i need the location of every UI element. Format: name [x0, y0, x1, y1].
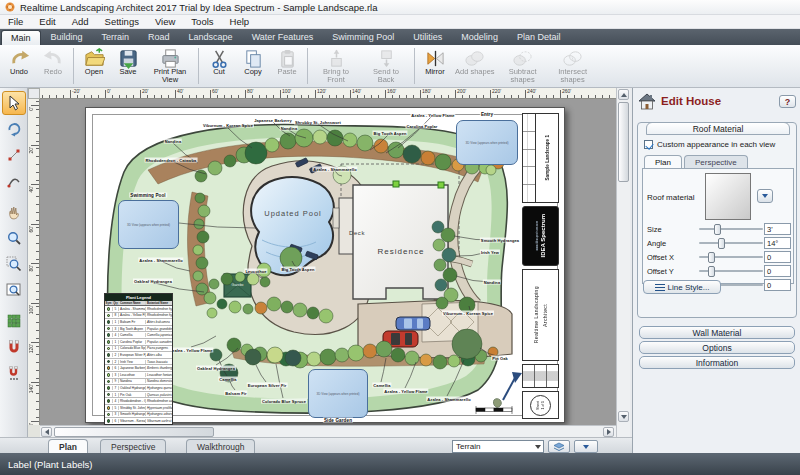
roof-material-swatch[interactable] [705, 173, 751, 220]
view-tab-perspective[interactable]: Perspective [100, 439, 166, 454]
menu-settings[interactable]: Settings [97, 15, 147, 29]
legend-row[interactable]: 1Carolina PoplarPopulus canadensis [105, 339, 172, 346]
legend-row[interactable]: 2European Silver FirAbies alba [105, 352, 172, 359]
panel-tab-perspective[interactable]: Perspective [684, 155, 748, 169]
edit-points-tool[interactable] [2, 143, 26, 167]
curve-tool[interactable] [2, 169, 26, 193]
slider-track[interactable] [699, 256, 763, 258]
zoom-region-tool[interactable] [2, 252, 26, 276]
slider-track[interactable] [699, 270, 763, 272]
menu-file[interactable]: File [0, 15, 31, 29]
ribbon-tab-road[interactable]: Road [139, 30, 179, 45]
menu-view[interactable]: View [147, 15, 183, 29]
scroll-left-button[interactable] [41, 427, 52, 437]
plant-label[interactable]: Japanese Barberry [253, 118, 293, 123]
layer-options-dropdown[interactable] [574, 440, 598, 453]
menu-help[interactable]: Help [222, 15, 258, 29]
plant-label[interactable]: Oakleaf Hydrangea [196, 366, 236, 371]
ribbon-tab-plan-detail[interactable]: Plan Detail [508, 30, 570, 45]
legend-row[interactable]: 9NandinaNandina domestica [105, 379, 172, 386]
legend-row[interactable]: 4Rhododendron - CatawbaRhododendron cata… [105, 398, 172, 405]
plant-label[interactable]: Oakleaf Hydrangea [133, 279, 173, 284]
plan-canvas[interactable]: 3D View (appears when printed) 3D View (… [40, 99, 616, 425]
horizontal-scrollbar[interactable] [40, 425, 616, 437]
ribbon-tab-building[interactable]: Building [42, 30, 92, 45]
slider-thumb[interactable] [714, 224, 721, 235]
plant-label[interactable]: Camellia [218, 377, 237, 382]
plant-label[interactable]: Azalea - Shammarello [138, 258, 183, 263]
plant-label[interactable]: Big Tooth Aspen [280, 267, 315, 272]
plan-paper-sheet[interactable]: 3D View (appears when printed) 3D View (… [85, 107, 565, 423]
plant-label[interactable]: Viburnum - Korean Spice [442, 311, 494, 316]
ribbon-tab-landscape[interactable]: Landscape [180, 30, 242, 45]
entry-3d-view-overlay[interactable]: 3D View (appears when printed) [456, 120, 518, 165]
plant-label[interactable]: Colorado Blue Spruce [261, 399, 307, 404]
legend-row[interactable]: 3Big Tooth AspenPopulus grandidentata [105, 326, 172, 333]
slider-value-field[interactable]: 3' [764, 223, 791, 235]
layer-select[interactable]: Terrain [452, 440, 544, 453]
plant-label[interactable]: Shrubby St. Johnswort [294, 120, 342, 125]
horizontal-scroll-thumb[interactable] [54, 427, 214, 437]
slider-thumb[interactable] [708, 252, 715, 263]
information-button[interactable]: Information [639, 356, 795, 369]
plant-label[interactable]: Nandina [483, 280, 501, 285]
ribbon-tab-terrain[interactable]: Terrain [93, 30, 139, 45]
custom-appearance-checkbox[interactable] [644, 140, 653, 149]
help-button[interactable]: ? [779, 95, 796, 108]
grid-tool[interactable] [2, 309, 26, 333]
plant-label[interactable]: Swimming Pool [129, 193, 167, 198]
legend-row[interactable]: 1Pin OakQuercus palustris [105, 392, 172, 399]
ribbon-tab-modeling[interactable]: Modeling [452, 30, 507, 45]
slider-value-field[interactable]: 0 [764, 265, 791, 277]
selection-handle[interactable] [393, 181, 399, 187]
plant-label[interactable]: Nandina [280, 126, 298, 131]
zoom-extents-tool[interactable] [2, 278, 26, 302]
ribbon-tab-main[interactable]: Main [1, 30, 41, 45]
pool-3d-view-overlay[interactable]: 3D View (appears when printed) [118, 200, 179, 249]
print-plan-view-button[interactable]: Print Plan View [145, 46, 195, 86]
ribbon-tab-utilities[interactable]: Utilities [404, 30, 451, 45]
scroll-down-button[interactable] [618, 411, 629, 422]
plant-legend[interactable]: Plant LegendSymQtyCommon NameBotanical N… [104, 293, 173, 425]
vertical-scrollbar[interactable] [616, 88, 630, 437]
cut-button[interactable]: Cut [202, 46, 236, 86]
wall-material-button[interactable]: Wall Material [639, 326, 795, 339]
save-button[interactable]: Save [111, 46, 145, 86]
snap-settings-tool[interactable] [2, 361, 26, 385]
options-button[interactable]: Options [639, 341, 795, 354]
menu-add[interactable]: Add [64, 15, 97, 29]
slider-value-field[interactable]: 0 [764, 251, 791, 263]
undo-button[interactable]: Undo [2, 46, 36, 86]
scroll-up-button[interactable] [618, 89, 629, 100]
rotate-tool[interactable] [2, 117, 26, 141]
slider-thumb[interactable] [708, 266, 715, 277]
legend-row[interactable]: 2Irish YewTaxus baccata [105, 359, 172, 366]
plant-label[interactable]: Entry [480, 112, 494, 117]
scroll-right-button[interactable] [603, 427, 614, 437]
ribbon-tab-swimming-pool[interactable]: Swimming Pool [323, 30, 403, 45]
view-tab-walkthrough[interactable]: Walkthrough [186, 439, 255, 454]
copy-button[interactable]: Copy [236, 46, 270, 86]
ribbon-tab-water-features[interactable]: Water Features [243, 30, 323, 45]
plant-label[interactable]: Azalea - Yellow Flame [168, 348, 213, 353]
legend-row[interactable]: 5Azalea - ShammarelloRhododendron hybrid [105, 306, 172, 313]
panel-tab-plan[interactable]: Plan [644, 155, 682, 169]
mirror-button[interactable]: Mirror [418, 46, 452, 86]
line-style-button[interactable]: Line Style... [643, 280, 721, 294]
plant-label[interactable]: Smooth Hydrangea [480, 238, 520, 243]
plant-label[interactable]: Leucothoe [244, 269, 267, 274]
plant-label[interactable]: Balsam Fir [224, 391, 247, 396]
legend-row[interactable]: 5Shrubby St. JohnswortHypericum prolific… [105, 405, 172, 412]
layers-button[interactable] [548, 440, 570, 453]
menu-edit[interactable]: Edit [31, 15, 63, 29]
legend-row[interactable]: 3Smooth HydrangeaHydrangea arborescens [105, 412, 172, 419]
legend-row[interactable]: 3LeucothoeLeucothoe fontanesiana [105, 372, 172, 379]
selection-handle[interactable] [438, 182, 444, 188]
vertical-scroll-thumb[interactable] [618, 102, 629, 182]
plant-label[interactable]: Azalea - Shammarello [426, 397, 471, 402]
plant-label[interactable]: European Silver Fir [247, 383, 288, 388]
select-tool[interactable] [2, 91, 26, 115]
plant-label[interactable]: Nandina [164, 139, 182, 144]
slider-thumb[interactable] [718, 238, 725, 249]
plant-label[interactable]: Viburnum - Korean Spice [202, 123, 254, 128]
